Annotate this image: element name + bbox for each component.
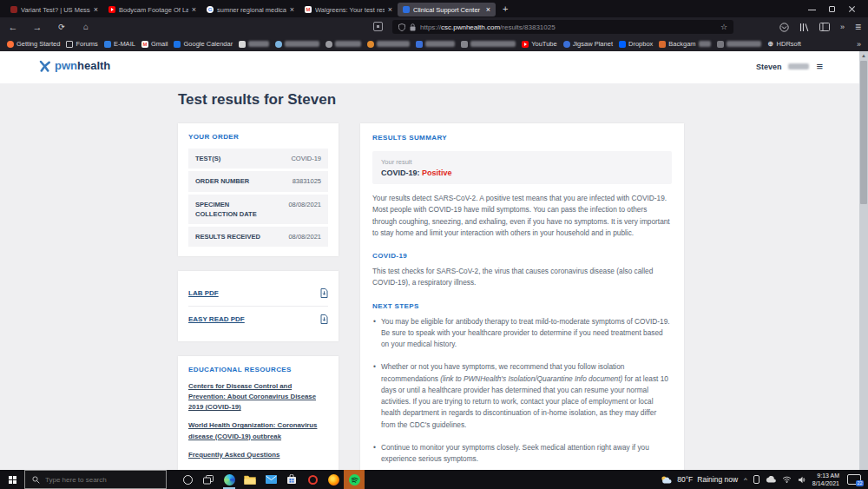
logo-text: pwnhealth — [55, 59, 110, 72]
tray-expand-icon[interactable]: ^ — [744, 476, 747, 484]
bookmark-redacted[interactable] — [416, 41, 455, 48]
bookmark-gmail[interactable]: M Gmail — [141, 40, 168, 48]
next-steps-heading: NEXT STEPS — [372, 302, 672, 310]
file-explorer-button[interactable] — [240, 470, 260, 489]
windows-taskbar: 80°F Raining now ^ — [0, 470, 868, 489]
tab-close-icon[interactable]: × — [388, 6, 392, 14]
sidebar-icon[interactable] — [819, 23, 830, 31]
mail-button[interactable] — [260, 470, 281, 489]
bookmark-redacted[interactable] — [239, 41, 269, 48]
home-icon[interactable]: ⌂ — [76, 17, 95, 36]
page-scrollbar[interactable]: ▲ — [859, 51, 868, 470]
volume-icon[interactable] — [798, 476, 806, 484]
windows-logo-icon — [9, 476, 16, 484]
who-outbreak-link[interactable]: World Health Organization: Coronavirus d… — [188, 420, 328, 441]
search-input[interactable] — [45, 476, 149, 484]
security-tray-icon[interactable] — [753, 475, 760, 484]
url-bar[interactable]: https://csc.pwnhealth.com/results/838310… — [392, 20, 733, 34]
hamburger-menu-icon[interactable]: ≡ — [816, 61, 823, 72]
bookmark-icon — [239, 41, 246, 48]
your-order-heading: YOUR ORDER — [188, 133, 328, 141]
bookmark-icon — [326, 41, 332, 48]
forward-icon[interactable]: → — [28, 17, 47, 36]
bookmark-youtube[interactable]: YouTube — [522, 40, 556, 48]
maximize-icon[interactable] — [828, 5, 836, 13]
cdc-about-covid-link[interactable]: Centers for Disease Control and Preventi… — [188, 381, 328, 413]
bookmarks-overflow-icon[interactable]: » — [857, 40, 861, 49]
bookmark-jigsaw-planet[interactable]: Jigsaw Planet — [563, 40, 613, 48]
onedrive-icon[interactable] — [766, 476, 776, 483]
order-row-tests: TEST(S) COVID-19 — [188, 149, 328, 171]
bookmark-google-calendar[interactable]: Google Calendar — [174, 40, 233, 48]
bookmark-backgammon[interactable]: Backgam — [659, 40, 710, 48]
red-app-button[interactable] — [302, 470, 323, 489]
tab-us-message-board[interactable]: Variant Test? | US Message Boa × — [5, 3, 103, 17]
pocket-icon[interactable] — [779, 23, 789, 32]
firefox-button[interactable] — [323, 470, 344, 489]
bookmark-forums[interactable]: Forums — [66, 40, 97, 48]
tab-bodycam-youtube[interactable]: Bodycam Footage Of Lafayett × — [103, 3, 201, 17]
tab-walgreens-results[interactable]: M Walgreens: Your test results ar × — [299, 3, 398, 17]
action-center-button[interactable]: 22 — [847, 474, 861, 485]
taskbar-clock[interactable]: 9:13 AM 8/14/2021 — [812, 472, 839, 487]
tab-clinical-support-center-active[interactable]: Clinical Support Center × — [398, 3, 496, 17]
toolbar-overflow-icon[interactable]: » — [840, 23, 845, 31]
game-icon — [659, 41, 666, 48]
task-view-button[interactable] — [198, 470, 219, 489]
taskbar-search[interactable] — [24, 470, 167, 489]
network-wifi-icon[interactable] — [782, 476, 792, 483]
browser-tab-bar: Variant Test? | US Message Boa × Bodycam… — [0, 0, 868, 17]
bookmark-redacted[interactable] — [367, 41, 410, 48]
back-icon[interactable]: ← — [3, 17, 23, 36]
bookmark-redacted[interactable] — [326, 41, 361, 48]
start-button[interactable] — [0, 470, 24, 489]
tab-sumner-medical[interactable]: G sumner regional medical cente × — [201, 3, 299, 17]
weather-condition: Raining now — [697, 475, 738, 484]
bookmark-redacted[interactable] — [717, 41, 761, 48]
tab-close-icon[interactable]: × — [192, 6, 196, 14]
spotify-button-highlighted[interactable] — [344, 470, 365, 489]
bookmark-redacted[interactable] — [275, 41, 319, 48]
cortana-icon — [183, 475, 193, 485]
cortana-button[interactable] — [177, 470, 198, 489]
lock-icon[interactable] — [410, 23, 416, 31]
tab-close-icon[interactable]: × — [486, 6, 490, 14]
library-icon[interactable] — [799, 23, 809, 32]
bookmark-getting-started[interactable]: Getting Started — [7, 40, 60, 48]
scrollbar-thumb[interactable] — [860, 61, 867, 204]
bookmark-email[interactable]: E-MAIL — [104, 40, 135, 48]
pwnhealth-logo[interactable]: pwnhealth — [38, 59, 110, 72]
extension-icon[interactable] — [373, 22, 383, 31]
taskbar-weather[interactable]: 80°F Raining now — [661, 475, 738, 484]
results-summary-heading: RESULTS SUMMARY — [372, 134, 672, 142]
clock-time: 9:13 AM — [812, 472, 839, 479]
scroll-up-icon[interactable]: ▲ — [859, 51, 868, 60]
user-name: Steven — [756, 63, 782, 71]
result-test-name: COVID-19: — [381, 169, 420, 177]
store-button[interactable] — [281, 470, 302, 489]
reload-icon[interactable]: ⟳ — [52, 17, 71, 36]
lab-pdf-link[interactable]: LAB PDF — [188, 281, 328, 306]
edge-button[interactable] — [219, 470, 240, 489]
youtube-icon — [522, 41, 529, 48]
faq-link[interactable]: Frequently Asked Questions — [188, 450, 328, 460]
result-status-positive: Positive — [422, 169, 452, 177]
close-window-icon[interactable] — [848, 5, 856, 13]
app-menu-icon[interactable]: ≡ — [855, 21, 861, 33]
folder-icon — [66, 41, 73, 48]
minimize-icon[interactable] — [808, 5, 816, 13]
tracking-shield-icon[interactable] — [398, 23, 405, 31]
bookmark-dropbox[interactable]: Dropbox — [619, 40, 653, 48]
new-tab-button[interactable]: + — [503, 3, 508, 14]
bookmark-hdrsoft[interactable]: ⊕ HDRsoft — [767, 40, 801, 48]
easy-read-pdf-link[interactable]: EASY READ PDF — [188, 306, 328, 332]
pdf-download-icon[interactable] — [320, 288, 328, 298]
tab-close-icon[interactable]: × — [94, 6, 98, 14]
bookmark-star-icon[interactable]: ☆ — [720, 23, 727, 31]
bookmark-icon — [275, 41, 282, 48]
dropbox-icon — [619, 41, 626, 48]
tab-title: Clinical Support Center — [413, 6, 483, 14]
tab-close-icon[interactable]: × — [290, 6, 294, 14]
pdf-download-icon[interactable] — [320, 314, 328, 324]
bookmark-redacted[interactable] — [461, 41, 516, 48]
